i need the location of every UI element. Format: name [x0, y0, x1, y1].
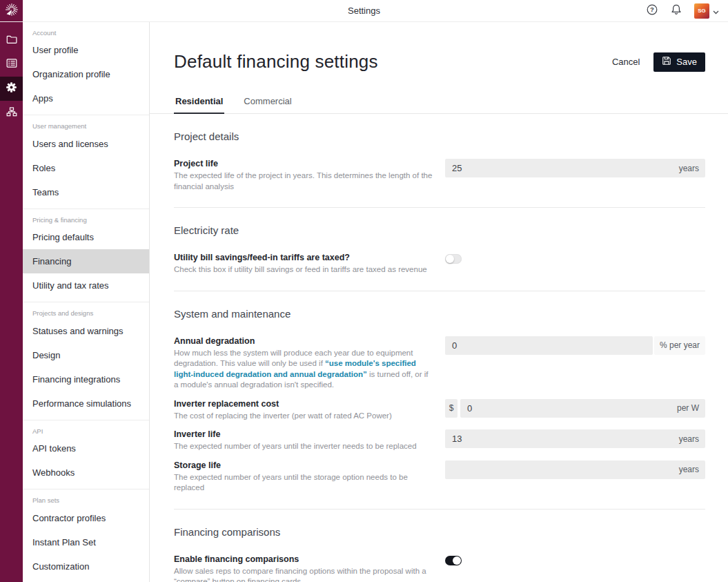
cancel-button[interactable]: Cancel [612, 57, 640, 67]
unit-suffix: years [673, 434, 699, 444]
gear-icon [6, 81, 17, 96]
sidebar-section-account: Account User profile Organization profil… [23, 22, 149, 115]
top-bar: Settings ? SG [0, 0, 728, 22]
tariffs-taxed-toggle[interactable] [445, 254, 462, 264]
setting-row-inverter-replacement-cost: Inverter replacement cost The cost of re… [174, 399, 705, 422]
sidebar-item-financing-integrations[interactable]: Financing integrations [23, 367, 149, 391]
sidebar-item-financing[interactable]: Financing [23, 249, 149, 273]
sidebar-item-performance-simulations[interactable]: Performance simulations [23, 391, 149, 416]
inverter-replacement-cost-field: per W [460, 399, 705, 418]
rail-item-organization[interactable] [0, 101, 23, 125]
sidebar-item-statuses-and-warnings[interactable]: Statuses and warnings [23, 319, 149, 343]
unit-suffix: per W [671, 403, 699, 413]
chevron-down-icon [713, 5, 719, 17]
annual-degradation-field [445, 336, 653, 355]
setting-description: The expected number of years until the i… [174, 441, 434, 452]
sidebar-section-label: User management [23, 115, 149, 131]
tab-commercial[interactable]: Commercial [242, 96, 293, 113]
rail-item-settings[interactable] [0, 77, 23, 101]
sidebar-section-user-management: User management Users and licenses Roles… [23, 115, 149, 208]
sidebar-item-instant-plan-set[interactable]: Instant Plan Set [23, 530, 149, 554]
sidebar-item-teams[interactable]: Teams [23, 180, 149, 204]
row-control: $ per W [445, 399, 705, 418]
project-life-field: years [445, 159, 705, 177]
row-info: Utility bill savings/feed-in tariffs are… [174, 253, 445, 275]
sidebar-section-label: API [23, 420, 149, 436]
unit-suffix: years [673, 164, 699, 173]
sidebar-section-label: Pricing & financing [23, 209, 149, 225]
row-control [445, 554, 705, 565]
sidebar-item-organization-profile[interactable]: Organization profile [23, 62, 149, 86]
form-actions: Cancel Save [612, 52, 705, 72]
notifications-button[interactable] [670, 3, 682, 18]
row-info: Project life The expected life of the pr… [174, 159, 445, 192]
org-chart-icon [6, 107, 17, 119]
section-financing-comparisons: Financing comparisons Enable financing c… [174, 510, 705, 582]
toggle-knob [446, 255, 454, 263]
sidebar-item-customization[interactable]: Customization [23, 554, 149, 579]
section-electricity-rate: Electricity rate Utility bill savings/fe… [174, 208, 705, 291]
sidebar-item-user-profile[interactable]: User profile [23, 38, 149, 62]
setting-label: Utility bill savings/feed-in tariffs are… [174, 253, 434, 262]
save-button-label: Save [676, 57, 697, 67]
setting-row-tariffs-taxed: Utility bill savings/feed-in tariffs are… [174, 253, 705, 275]
sidebar-item-pricing-defaults[interactable]: Pricing defaults [23, 225, 149, 249]
enable-financing-comparisons-toggle[interactable] [445, 556, 462, 565]
account-menu[interactable]: SG [694, 3, 719, 19]
setting-row-inverter-life: Inverter life The expected number of yea… [174, 429, 705, 452]
sidebar-section-plan-sets: Plan sets Contractor profiles Instant Pl… [23, 489, 149, 582]
settings-sidebar: Account User profile Organization profil… [23, 22, 150, 582]
sidebar-item-design[interactable]: Design [23, 343, 149, 367]
sidebar-item-webhooks[interactable]: Webhooks [23, 460, 149, 485]
inverter-life-input[interactable] [452, 434, 673, 444]
tab-residential[interactable]: Residential [174, 96, 224, 114]
svg-text:?: ? [650, 6, 654, 13]
sidebar-item-contractor-profiles[interactable]: Contractor profiles [23, 506, 149, 530]
sidebar-section-pricing-financing: Pricing & financing Pricing defaults Fin… [23, 209, 149, 302]
rail-item-billing[interactable] [0, 52, 23, 77]
save-button[interactable]: Save [653, 52, 705, 72]
rail-item-projects[interactable] [0, 28, 23, 52]
save-disk-icon [662, 56, 671, 68]
row-control: years [445, 429, 705, 448]
row-control [445, 253, 705, 264]
setting-description: The expected life of the project in year… [174, 171, 434, 192]
app-body: Account User profile Organization profil… [0, 22, 728, 582]
sidebar-section-label: Projects and designs [23, 302, 149, 318]
page-title: Default financing settings [174, 51, 378, 72]
header-actions: ? SG [646, 3, 728, 19]
row-info: Enable financing comparisons Allow sales… [174, 554, 445, 582]
project-life-input[interactable] [452, 163, 673, 173]
toggle-knob [453, 556, 461, 565]
section-heading: System and maintenance [174, 308, 705, 320]
setting-label: Project life [174, 159, 434, 168]
sidebar-item-apps[interactable]: Apps [23, 86, 149, 110]
inverter-replacement-cost-input[interactable] [467, 403, 671, 414]
sidebar-section-projects-designs: Projects and designs Statuses and warnin… [23, 302, 149, 420]
help-button[interactable]: ? [646, 3, 658, 18]
sidebar-item-users-and-licenses[interactable]: Users and licenses [23, 132, 149, 156]
annual-degradation-input[interactable] [452, 340, 647, 351]
row-info: Inverter life The expected number of yea… [174, 429, 445, 452]
tab-bar: Residential Commercial [150, 96, 728, 114]
setting-description: The cost of replacing the inverter (per … [174, 411, 434, 422]
currency-prefix: $ [445, 399, 458, 418]
section-system-maintenance: System and maintenance Annual degradatio… [174, 291, 705, 510]
section-heading: Electricity rate [174, 224, 705, 236]
row-info: Annual degradation How much less the sys… [174, 336, 445, 391]
sidebar-item-roles[interactable]: Roles [23, 156, 149, 180]
setting-label: Inverter life [174, 429, 434, 439]
row-info: Inverter replacement cost The cost of re… [174, 399, 445, 422]
storage-life-input[interactable] [452, 465, 673, 475]
setting-row-enable-financing-comparisons: Enable financing comparisons Allow sales… [174, 554, 705, 582]
sidebar-item-api-tokens[interactable]: API tokens [23, 436, 149, 460]
section-heading: Financing comparisons [174, 526, 705, 538]
avatar: SG [694, 3, 709, 19]
setting-description: Check this box if utility bill savings o… [174, 264, 434, 275]
storage-life-field: years [445, 460, 705, 479]
app-logo[interactable] [0, 0, 23, 21]
setting-description: The expected number of years until the s… [174, 472, 434, 494]
sidebar-item-utility-and-tax-rates[interactable]: Utility and tax rates [23, 273, 149, 298]
row-control: years [445, 460, 705, 479]
setting-label: Annual degradation [174, 336, 434, 346]
